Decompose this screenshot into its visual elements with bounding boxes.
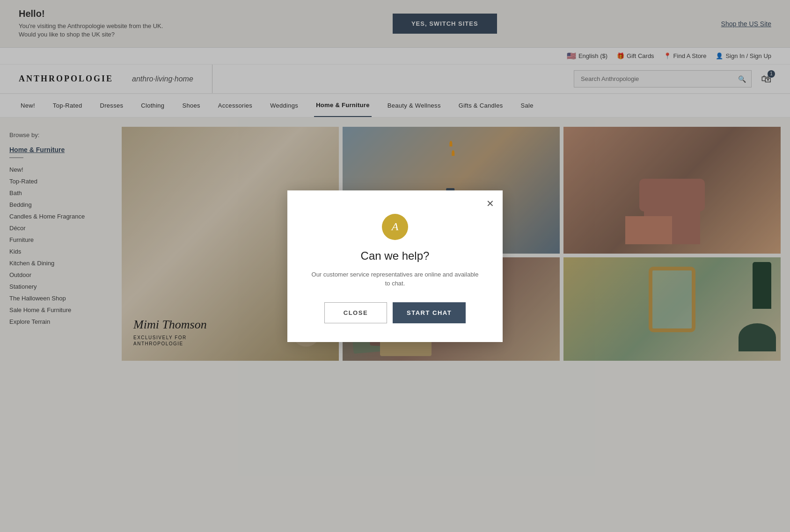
chat-modal: ✕ A Can we help? Our customer service re…: [287, 190, 503, 342]
modal-buttons: CLOSE START CHAT: [311, 302, 479, 323]
modal-description: Our customer service representatives are…: [311, 270, 479, 288]
modal-title: Can we help?: [311, 249, 479, 262]
modal-overlay: ✕ A Can we help? Our customer service re…: [0, 0, 790, 370]
modal-avatar: A: [382, 214, 408, 240]
close-chat-button[interactable]: CLOSE: [324, 302, 387, 323]
modal-close-x-button[interactable]: ✕: [486, 198, 494, 209]
start-chat-button[interactable]: START CHAT: [393, 302, 466, 323]
